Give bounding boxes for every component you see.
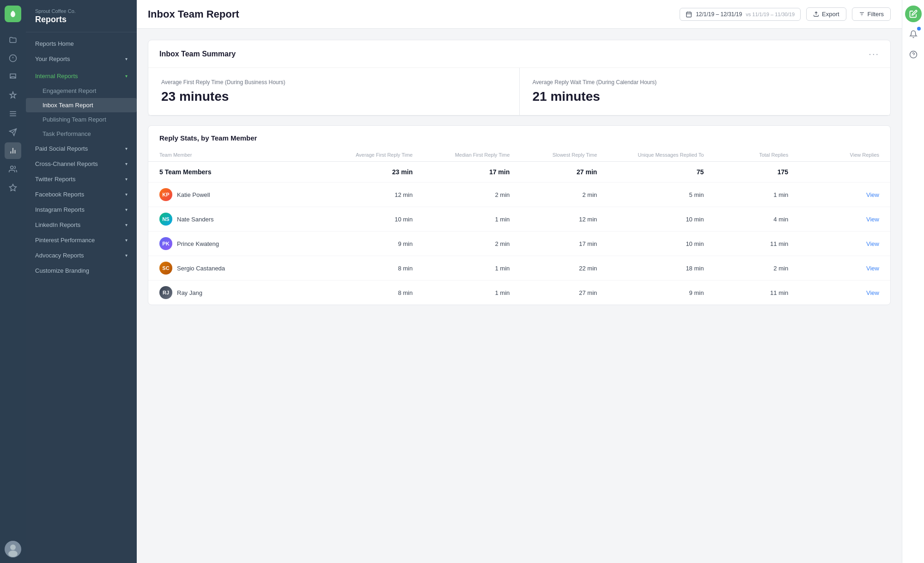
sidebar: Sprout Coffee Co. Reports Reports Home Y… [26,0,137,563]
view-link-ray[interactable]: View [866,289,879,296]
nav-icon-send[interactable] [5,124,21,141]
member-name-ray: Ray Jang [177,289,202,296]
svg-rect-16 [687,12,692,17]
cell-total-sergio: 2 min [709,256,794,281]
page-title: Inbox Team Report [148,8,674,20]
table-row: RJ Ray Jang 8 min 1 min 27 min 9 min 11 … [148,281,890,305]
main-content: Inbox Team Summary ··· Average First Rep… [137,29,902,563]
nav-icon-people[interactable] [5,161,21,177]
sidebar-item-advocacy[interactable]: Advocacy Reports ▾ [26,248,137,263]
view-link-katie[interactable]: View [866,191,879,198]
col-unique-messages: Unique Messages Replied To [602,148,709,162]
table-summary-row: 5 Team Members 23 min 17 min 27 min 75 [148,162,890,183]
cell-member-nate: NS Nate Sanders [148,207,321,232]
svg-marker-12 [10,184,17,191]
cell-median-nate: 1 min [418,207,515,232]
cell-view-ray[interactable]: View [794,281,890,305]
member-name-prince: Prince Kwateng [177,240,219,247]
cell-unique-prince: 10 min [602,232,709,256]
cell-median-ray: 1 min [418,281,515,305]
avatar-nate: NS [159,213,172,226]
export-icon [813,11,819,17]
sidebar-item-linkedin[interactable]: LinkedIn Reports ▾ [26,217,137,233]
sidebar-subitem-inbox-team-report[interactable]: Inbox Team Report [26,98,137,112]
view-link-prince[interactable]: View [866,240,879,247]
date-range-vs: vs 11/1/19 – 11/30/19 [746,12,795,17]
internal-reports-section: Internal Reports ▾ Engagement Report Inb… [26,68,137,141]
cell-view-sergio[interactable]: View [794,256,890,281]
nav-icon-chart[interactable] [5,142,21,159]
nav-icon-alert[interactable] [5,50,21,67]
cell-avg-katie: 12 min [321,183,418,207]
col-median-first-reply: Median First Reply Time [418,148,515,162]
summary-card: Inbox Team Summary ··· Average First Rep… [148,40,891,116]
metrics-row: Average First Reply Time (During Busines… [148,68,890,116]
compose-button[interactable] [905,6,922,22]
cell-avg-sergio: 8 min [321,256,418,281]
sidebar-item-paid-social[interactable]: Paid Social Reports ▾ [26,141,137,156]
cell-view-katie[interactable]: View [794,183,890,207]
view-link-sergio[interactable]: View [866,265,879,272]
cell-slowest-ray: 27 min [515,281,602,305]
table-body: 5 Team Members 23 min 17 min 27 min 75 [148,162,890,305]
summary-avg-first-reply: 23 min [321,162,418,183]
table-card: Reply Stats, by Team Member Team Member … [148,125,891,305]
summary-view-replies [794,162,890,183]
cell-slowest-nate: 12 min [515,207,602,232]
sidebar-subitem-publishing-team-report[interactable]: Publishing Team Report [26,112,137,127]
sidebar-item-reports-home[interactable]: Reports Home [26,36,137,51]
instagram-chevron: ▾ [125,207,128,212]
sidebar-header: Sprout Coffee Co. Reports [26,0,137,32]
sidebar-subitem-task-performance[interactable]: Task Performance [26,127,137,141]
export-button[interactable]: Export [806,7,846,21]
table-row: KP Katie Powell 12 min 2 min 2 min 5 min… [148,183,890,207]
sidebar-item-instagram[interactable]: Instagram Reports ▾ [26,202,137,217]
summary-card-header: Inbox Team Summary ··· [148,40,890,68]
cell-member-ray: RJ Ray Jang [148,281,321,305]
sidebar-item-internal-reports[interactable]: Internal Reports ▾ [26,68,137,84]
notifications-button[interactable] [905,26,922,43]
summary-card-menu[interactable]: ··· [869,49,879,59]
nav-icon-folder[interactable] [5,31,21,48]
help-icon [909,50,918,59]
paid-social-chevron: ▾ [125,146,128,151]
nav-icon-star[interactable] [5,179,21,196]
metric-avg-first-reply: Average First Reply Time (During Busines… [148,68,520,115]
linkedin-chevron: ▾ [125,222,128,227]
sidebar-nav: Reports Home Your Reports ▾ Internal Rep… [26,32,137,282]
sidebar-item-pinterest[interactable]: Pinterest Performance ▾ [26,233,137,248]
sidebar-item-facebook[interactable]: Facebook Reports ▾ [26,187,137,202]
cell-total-prince: 11 min [709,232,794,256]
date-range-button[interactable]: 12/1/19 – 12/31/19 vs 11/1/19 – 11/30/19 [680,8,801,21]
help-button[interactable] [905,46,922,63]
filters-label: Filters [868,11,884,18]
cell-slowest-katie: 2 min [515,183,602,207]
facebook-chevron: ▾ [125,192,128,197]
logo-icon[interactable] [5,6,21,22]
nav-icon-pin[interactable] [5,87,21,104]
cell-member-prince: PK Prince Kwateng [148,232,321,256]
nav-icon-inbox[interactable] [5,68,21,85]
reply-stats-table: Team Member Average First Reply Time Med… [148,148,890,305]
sidebar-item-twitter[interactable]: Twitter Reports ▾ [26,171,137,187]
view-link-nate[interactable]: View [866,216,879,223]
sidebar-item-cross-channel[interactable]: Cross-Channel Reports ▾ [26,156,137,171]
sidebar-item-customize-branding[interactable]: Customize Branding [26,263,137,278]
summary-median-first-reply: 17 min [418,162,515,183]
avatar-katie: KP [159,188,172,201]
sidebar-item-your-reports[interactable]: Your Reports ▾ [26,51,137,67]
table-row: SC Sergio Castaneda 8 min 1 min 22 min 1… [148,256,890,281]
filter-icon [859,11,865,17]
table-row: PK Prince Kwateng 9 min 2 min 17 min 10 … [148,232,890,256]
your-reports-chevron: ▾ [125,56,128,61]
reports-home-label: Reports Home [35,40,74,47]
filters-button[interactable]: Filters [852,7,891,21]
main-header: Inbox Team Report 12/1/19 – 12/31/19 vs … [137,0,902,29]
user-avatar-rail[interactable] [5,541,21,557]
summary-member: 5 Team Members [148,162,321,183]
col-total-replies: Total Replies [709,148,794,162]
nav-icon-list[interactable] [5,105,21,122]
cell-view-prince[interactable]: View [794,232,890,256]
sidebar-subitem-engagement-report[interactable]: Engagement Report [26,84,137,98]
cell-view-nate[interactable]: View [794,207,890,232]
